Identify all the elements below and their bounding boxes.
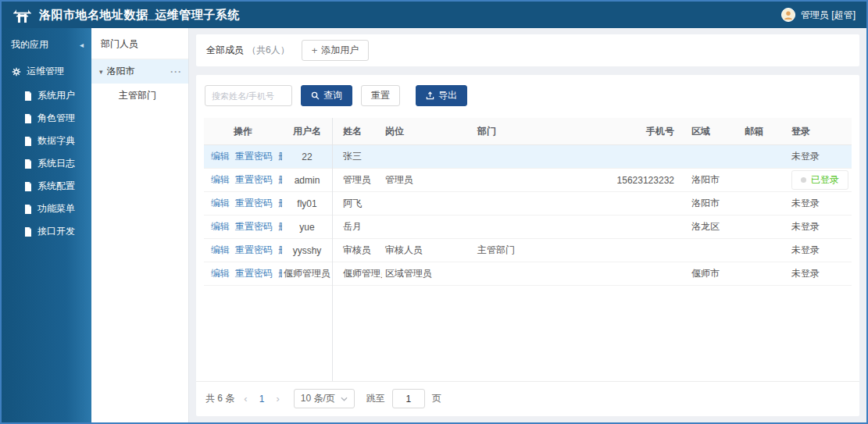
action-link[interactable]: 编辑 [211,174,230,185]
action-link[interactable]: 编辑 [211,198,230,208]
action-link[interactable]: 删除 [278,244,282,255]
sidebar-section-my-apps[interactable]: 我的应用 ◂ [2,31,91,59]
chevron-down-icon [341,397,348,401]
cell-email [741,216,787,239]
sidebar-item-系统用户[interactable]: 系统用户 [2,84,91,107]
sidebar-item-角色管理[interactable]: 角色管理 [2,107,91,130]
row-actions: 编辑重置密码删除 [204,216,282,239]
action-link[interactable]: 重置密码 [235,244,273,255]
cell-status: 正常 [849,262,852,286]
jump-suffix-label: 页 [432,392,441,405]
cell-username: 22 [282,145,332,169]
table-row[interactable]: 编辑重置密码删除yue岳月洛龙区未登录正常 [204,216,852,239]
tree-node-label: 主管部门 [119,89,156,102]
action-link[interactable]: 删除 [278,198,282,208]
action-link[interactable]: 重置密码 [235,174,273,185]
cell-email [741,239,787,262]
cell-login: 未登录 [787,262,849,286]
action-link[interactable]: 重置密码 [235,268,273,279]
sidebar-item-数据字典[interactable]: 数据字典 [2,130,91,152]
fixed-column-divider [332,118,333,381]
user-table-card: 查询 重置 导出 [196,75,859,416]
caret-down-icon[interactable]: ▾ [99,68,103,76]
search-button[interactable]: 查询 [301,85,352,106]
cell-region: 洛龙区 [687,216,741,239]
user-menu[interactable]: 管理员 [超管] [781,8,855,22]
cell-phone [601,192,687,216]
logged-in-badge[interactable]: 已登录 [791,170,848,190]
action-link[interactable]: 编辑 [211,244,230,255]
action-link[interactable]: 重置密码 [235,221,273,232]
jump-page-input[interactable] [392,389,425,408]
action-link[interactable]: 重置密码 [235,151,273,162]
cell-status: 正常 [849,239,852,262]
sidebar-nav: 系统用户角色管理数据字典系统日志系统配置功能菜单接口开发 [2,84,91,243]
cell-name: 阿飞 [332,192,382,216]
column-header: 状态 [849,118,852,145]
search-input[interactable] [205,85,292,106]
sidebar-item-系统配置[interactable]: 系统配置 [2,175,91,198]
prev-page-button[interactable]: ‹ [241,393,249,404]
page-size-select[interactable]: 10 条/页 [294,389,355,408]
table-header-row: 操作用户名姓名岗位部门手机号区域邮箱登录状态 [204,118,852,145]
export-button[interactable]: 导出 [416,85,467,106]
tree-node-supervisor-dept[interactable]: 主管部门 [91,84,188,108]
sidebar-item-接口开发[interactable]: 接口开发 [2,220,91,243]
cell-post [382,192,470,216]
main-content: 全部成员（共6人） + 添加用户 [189,28,866,422]
cell-dept [470,216,601,239]
tree-node-label: 洛阳市 [107,65,135,78]
column-header: 岗位 [382,118,470,145]
more-actions-icon[interactable]: ··· [170,66,182,77]
action-link[interactable]: 重置密码 [235,198,273,208]
action-link[interactable]: 删除 [278,221,282,232]
action-link[interactable]: 编辑 [211,268,230,279]
cell-username: yysshy [282,239,332,262]
cell-email [741,169,787,192]
sidebar-group-label: 运维管理 [27,65,64,78]
cell-post: 审核人员 [382,239,470,262]
sidebar-item-功能菜单[interactable]: 功能菜单 [2,198,91,220]
action-link[interactable]: 编辑 [211,221,230,232]
table-row[interactable]: 编辑重置密码删除偃师管理员偃师管理员区域管理员偃师市未登录正常 [204,262,852,286]
gear-icon [12,67,21,77]
action-link[interactable]: 删除 [278,174,282,185]
table-body: 编辑重置密码删除22张三未登录禁用编辑重置密码删除admin管理员管理员1562… [204,145,852,286]
row-actions: 编辑重置密码删除 [204,145,282,169]
document-icon [24,205,32,214]
app-title: 洛阳市地名地址数据_运维管理子系统 [39,8,240,23]
cell-region: 偃师市 [687,262,741,286]
cell-phone [601,216,687,239]
action-link[interactable]: 删除 [278,151,282,162]
tree-node-luoyang[interactable]: ▾ 洛阳市 ··· [91,59,188,84]
reset-button[interactable]: 重置 [361,85,400,106]
cell-dept [470,145,601,169]
document-icon [24,182,32,191]
app-window: 洛阳市地名地址数据_运维管理子系统 管理员 [超管] 我的应用 ◂ [0,0,868,424]
cell-region: 洛阳市 [687,169,741,192]
action-link[interactable]: 删除 [278,268,282,279]
cell-phone: 15623123232 [601,169,687,192]
next-page-button[interactable]: › [273,393,281,404]
app-logo-icon [13,7,32,23]
table-row[interactable]: 编辑重置密码删除fly01阿飞洛阳市未登录正常 [204,192,852,216]
search-toolbar: 查询 重置 导出 [196,75,859,108]
members-count: （共6人） [247,45,290,55]
table-row[interactable]: 编辑重置密码删除22张三未登录禁用 [204,145,852,169]
cell-status: 正常 [849,169,852,192]
current-page-number[interactable]: 1 [257,394,267,404]
action-link[interactable]: 编辑 [211,151,230,162]
add-user-button[interactable]: + 添加用户 [302,40,370,61]
sidebar-item-系统日志[interactable]: 系统日志 [2,152,91,175]
cell-username: 偃师管理员 [282,262,332,286]
column-header: 操作 [204,118,282,145]
collapse-arrow-icon[interactable]: ◂ [80,41,84,49]
cell-username: admin [282,169,332,192]
cell-name: 管理员 [332,169,382,192]
sidebar-group-ops-management[interactable]: 运维管理 [2,59,91,84]
document-icon [24,91,32,101]
document-icon [24,227,32,237]
table-row[interactable]: 编辑重置密码删除admin管理员管理员15623123232洛阳市已登录正常 [204,169,852,192]
jump-to-label: 跳至 [366,392,385,405]
table-row[interactable]: 编辑重置密码删除yysshy审核员审核人员主管部门未登录正常 [204,239,852,262]
